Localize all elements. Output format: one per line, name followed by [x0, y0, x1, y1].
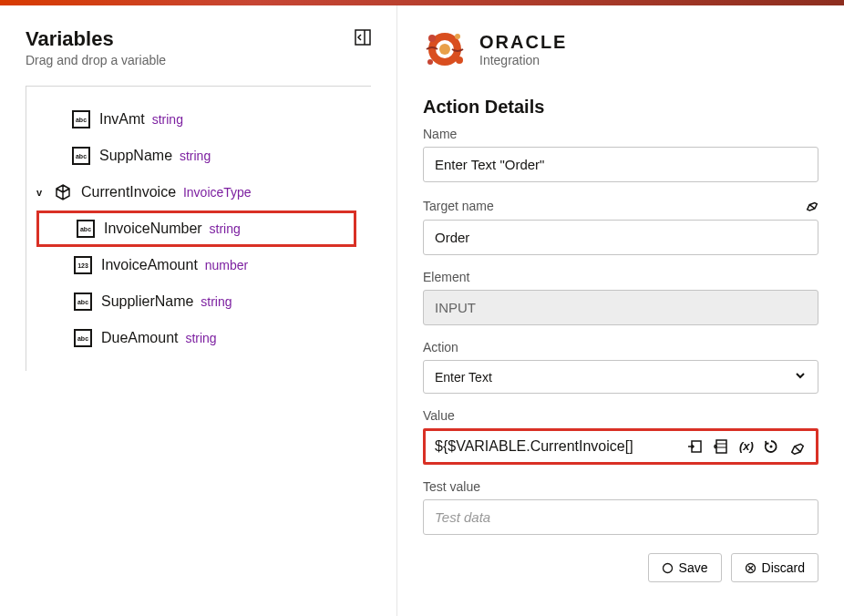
- variables-panel: Variables Drag and drop a variable abc I…: [0, 5, 397, 616]
- tree-item-label: InvoiceAmount: [101, 257, 198, 272]
- tree-item-invoicenumber[interactable]: abc InvoiceNumber string: [36, 210, 356, 247]
- variables-tree: abc InvAmt string abc SuppName string v …: [26, 86, 371, 371]
- tree-item-label: SupplierName: [101, 293, 193, 309]
- element-label: Element: [423, 270, 818, 284]
- svg-point-7: [456, 56, 463, 64]
- string-type-icon: abc: [72, 147, 90, 165]
- value-input[interactable]: ${$VARIABLE.CurrentInvoice[]: [435, 438, 679, 455]
- variables-subtitle: Drag and drop a variable: [26, 53, 371, 67]
- action-select[interactable]: Enter Text: [423, 360, 818, 394]
- save-circle-icon: [662, 562, 674, 574]
- variables-title: Variables: [26, 27, 371, 51]
- value-input-row: ${$VARIABLE.CurrentInvoice[] (x): [423, 428, 818, 465]
- erase-value-icon[interactable]: [787, 436, 807, 457]
- refresh-icon[interactable]: [761, 436, 781, 457]
- svg-point-15: [770, 446, 773, 448]
- target-name-input[interactable]: [423, 220, 818, 255]
- brand-subtitle: Integration: [479, 53, 567, 67]
- test-value-input[interactable]: [423, 499, 818, 535]
- svg-point-8: [427, 59, 433, 65]
- svg-rect-10: [716, 440, 726, 453]
- tree-item-suppname[interactable]: abc SuppName string: [34, 138, 364, 174]
- tree-item-type: InvoiceType: [183, 185, 252, 200]
- name-input[interactable]: [423, 147, 818, 182]
- value-label: Value: [423, 408, 818, 423]
- number-type-icon: 123: [74, 256, 92, 274]
- data-table-icon[interactable]: [710, 436, 730, 457]
- tree-item-type: string: [180, 149, 211, 163]
- tree-item-label: InvoiceNumber: [104, 221, 202, 236]
- insert-variable-icon[interactable]: [684, 436, 705, 457]
- discard-button[interactable]: Discard: [731, 553, 818, 582]
- chevron-down-icon: [794, 369, 807, 385]
- collapse-panel-icon[interactable]: [355, 29, 371, 46]
- expression-fx-icon[interactable]: (x): [736, 436, 756, 457]
- tree-item-type: string: [152, 112, 183, 127]
- action-select-value: Enter Text: [435, 370, 492, 385]
- string-type-icon: abc: [74, 329, 92, 347]
- oracle-logo-icon: [423, 27, 467, 71]
- svg-point-16: [663, 563, 672, 572]
- test-value-label: Test value: [423, 479, 818, 494]
- action-buttons: Save Discard: [423, 553, 818, 582]
- main-container: Variables Drag and drop a variable abc I…: [0, 5, 844, 616]
- save-button[interactable]: Save: [648, 553, 722, 582]
- brand-text: ORACLE Integration: [479, 32, 567, 67]
- name-label: Name: [423, 127, 818, 141]
- tree-item-type: string: [210, 221, 241, 236]
- brand-logo-area: ORACLE Integration: [423, 27, 818, 71]
- element-input: [423, 290, 818, 325]
- tree-item-type: number: [205, 258, 248, 272]
- erase-icon[interactable]: [804, 197, 818, 214]
- svg-point-5: [428, 35, 436, 42]
- tree-item-label: InvAmt: [99, 111, 145, 127]
- action-details-panel: ORACLE Integration Action Details Name T…: [397, 5, 844, 616]
- tree-item-currentinvoice[interactable]: v CurrentInvoice InvoiceType: [34, 174, 364, 210]
- action-label: Action: [423, 340, 818, 354]
- tree-item-label: CurrentInvoice: [81, 184, 176, 200]
- tree-item-invoiceamount[interactable]: 123 InvoiceAmount number: [34, 247, 364, 283]
- svg-point-6: [455, 34, 460, 39]
- section-title: Action Details: [423, 97, 818, 118]
- tree-item-dueamount[interactable]: abc DueAmount string: [34, 320, 364, 356]
- tree-item-type: string: [185, 331, 216, 345]
- tree-item-label: DueAmount: [101, 330, 179, 345]
- object-type-icon: [54, 183, 72, 201]
- brand-name: ORACLE: [479, 32, 567, 53]
- svg-text:(x): (x): [739, 439, 754, 453]
- expand-toggle-icon[interactable]: v: [34, 187, 45, 198]
- discard-circle-icon: [745, 562, 757, 574]
- tree-item-type: string: [201, 294, 232, 309]
- string-type-icon: abc: [77, 220, 95, 238]
- tree-item-suppliername[interactable]: abc SupplierName string: [34, 283, 364, 320]
- string-type-icon: abc: [74, 293, 92, 311]
- tree-item-label: SuppName: [99, 148, 172, 163]
- svg-point-4: [439, 44, 450, 55]
- target-name-label: Target name: [423, 197, 818, 214]
- string-type-icon: abc: [72, 110, 90, 128]
- tree-item-invamt[interactable]: abc InvAmt string: [34, 101, 364, 138]
